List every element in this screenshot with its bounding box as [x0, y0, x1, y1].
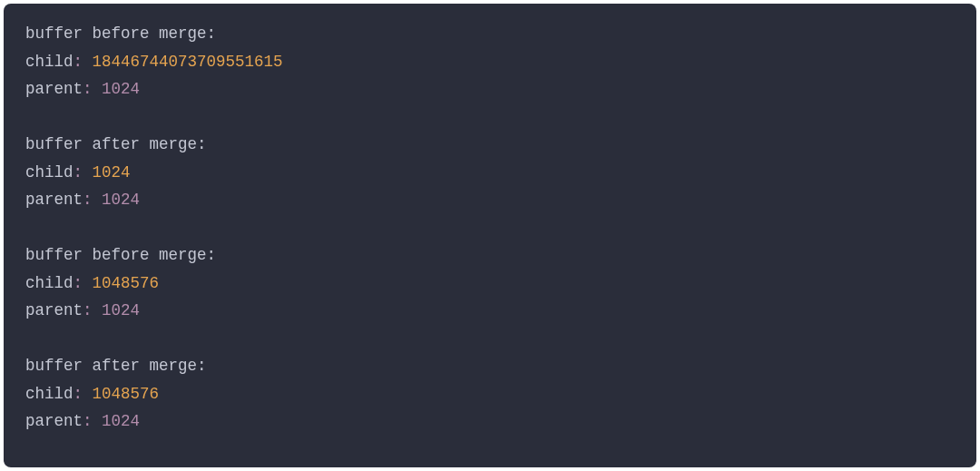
parent-value: 1024	[102, 301, 140, 319]
header-text: buffer after merge:	[25, 357, 207, 375]
colon: :	[74, 385, 83, 403]
child-line: child: 1048576	[25, 380, 955, 408]
parent-label: parent	[25, 191, 83, 209]
child-value: 1024	[93, 163, 131, 182]
child-value: 1048576	[93, 274, 160, 292]
blank-line	[25, 214, 955, 242]
parent-value: 1024	[102, 80, 140, 98]
child-label: child	[25, 274, 74, 292]
child-value: 18446744073709551615	[93, 53, 283, 71]
space	[93, 412, 103, 430]
parent-line: parent: 1024	[25, 407, 955, 436]
colon: :	[74, 274, 83, 292]
space	[93, 80, 103, 98]
child-line: child: 1048576	[25, 270, 955, 298]
parent-label: parent	[25, 412, 83, 430]
header-text: buffer before merge:	[25, 246, 216, 264]
colon: :	[83, 191, 93, 209]
space	[83, 385, 93, 403]
parent-line: parent: 1024	[25, 297, 955, 325]
parent-line: parent: 1024	[25, 75, 955, 103]
colon: :	[83, 412, 93, 430]
terminal-output: buffer before merge: child: 184467440737…	[4, 4, 976, 467]
parent-value: 1024	[102, 191, 140, 209]
space	[83, 163, 93, 182]
block-header: buffer after merge:	[25, 131, 955, 159]
child-value: 1048576	[93, 385, 160, 403]
child-label: child	[25, 163, 74, 182]
space	[83, 53, 93, 71]
parent-line: parent: 1024	[25, 186, 955, 214]
parent-value: 1024	[102, 412, 140, 430]
header-text: buffer after merge:	[25, 135, 207, 153]
parent-label: parent	[25, 80, 83, 98]
space	[83, 274, 93, 292]
colon: :	[74, 53, 83, 71]
block-header: buffer before merge:	[25, 20, 955, 48]
space	[93, 301, 103, 319]
child-line: child: 18446744073709551615	[25, 48, 955, 76]
child-label: child	[25, 385, 74, 403]
colon: :	[83, 80, 93, 98]
child-line: child: 1024	[25, 159, 955, 187]
child-label: child	[25, 53, 74, 71]
block-header: buffer after merge:	[25, 352, 955, 380]
space	[93, 191, 103, 209]
blank-line	[25, 103, 955, 132]
block-header: buffer before merge:	[25, 241, 955, 270]
colon: :	[74, 163, 83, 182]
blank-line	[25, 325, 955, 353]
colon: :	[83, 301, 93, 319]
header-text: buffer before merge:	[25, 25, 216, 43]
parent-label: parent	[25, 301, 83, 319]
